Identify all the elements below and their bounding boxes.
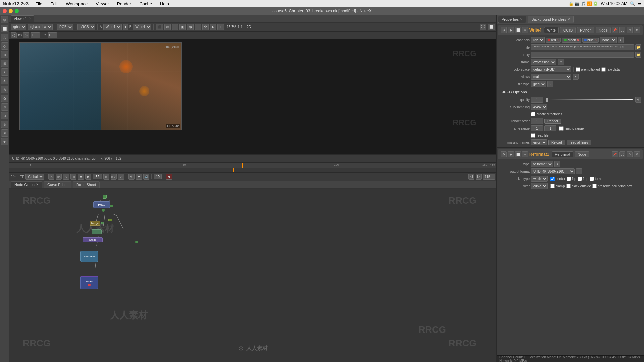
channels-select[interactable]: rgb [531, 37, 545, 43]
output-format-select[interactable]: UHD_4K 3840x2160 [531, 168, 575, 174]
channel-green-remove[interactable]: ✕ [577, 38, 579, 42]
play-btn[interactable]: ▶ [210, 24, 216, 30]
center-checkbox[interactable] [550, 177, 555, 181]
frame-options[interactable]: ▾ [558, 59, 564, 65]
mask-btn[interactable]: ◑ [187, 24, 194, 30]
channel-none-select[interactable]: none [600, 37, 617, 43]
window-btn[interactable]: ⬜ [488, 24, 495, 30]
close-button[interactable] [3, 9, 7, 13]
file-path[interactable]: ork/NukeWorkshop/6_Particles/02-promo-ma… [531, 44, 634, 50]
next-frame-btn2[interactable]: ▷ [103, 174, 109, 180]
reformat-icon-3[interactable]: ⬜ [515, 151, 521, 157]
current-frame-input[interactable] [93, 174, 102, 179]
missing-frames-select[interactable]: error [531, 139, 547, 145]
toolbar-btn-3[interactable]: △ [1, 34, 8, 41]
channel-red-remove[interactable]: ✕ [556, 38, 559, 42]
menu-render[interactable]: Render [116, 1, 133, 6]
rec-btn[interactable]: ⏺ [166, 174, 172, 180]
node-group-1[interactable]: Grade [83, 237, 103, 247]
proxy-input[interactable] [531, 52, 634, 58]
guide-btn[interactable]: ⊞ [172, 24, 178, 30]
frame-select[interactable]: expression [531, 59, 556, 65]
reformat-tab-reformat[interactable]: Reformat [552, 151, 573, 157]
tab-node-graph-close[interactable]: ✕ [36, 183, 39, 186]
quality-reset[interactable]: ↺ [635, 97, 641, 103]
write4-icon-4[interactable]: ✏ [522, 27, 528, 33]
type-options[interactable]: ▾ [554, 161, 560, 167]
black-outside-checkbox[interactable] [566, 184, 571, 188]
prev-frame-btn[interactable]: ◁ [63, 174, 69, 180]
channel-add[interactable]: ▾ [618, 37, 624, 43]
write4-pin[interactable]: 📌 [612, 27, 618, 33]
write4-tab-python[interactable]: Python [577, 27, 594, 33]
menu-viewer[interactable]: Viewer [94, 1, 110, 6]
menu-help[interactable]: Help [159, 1, 170, 6]
quality-input[interactable] [531, 97, 543, 103]
tab-background-renders[interactable]: Background Renders ✕ [528, 16, 574, 23]
settings-btn[interactable]: ⚙ [202, 24, 209, 30]
color-space-output[interactable]: sRGB [77, 24, 95, 30]
render-order-input[interactable] [531, 118, 543, 124]
create-dirs-checkbox[interactable] [531, 112, 535, 116]
flop-checkbox[interactable] [578, 177, 582, 181]
grid-btn[interactable]: ⊟ [195, 24, 201, 30]
toolbar-btn-13[interactable]: ⊚ [1, 121, 8, 128]
tab-node-graph[interactable]: Node Graph ✕ [11, 181, 42, 188]
tab-properties[interactable]: Properties ✕ [498, 16, 526, 23]
read-file-checkbox[interactable] [531, 133, 535, 138]
views-select[interactable]: main [531, 74, 571, 80]
stop-btn[interactable]: ■ [78, 174, 84, 180]
bg-renders-tab-close[interactable]: ✕ [567, 17, 570, 21]
reformat-icon-2[interactable]: ▶ [508, 151, 514, 157]
rawdata-checkbox[interactable] [601, 67, 606, 72]
reload-btn[interactable]: Reload [548, 140, 565, 145]
toolbar-btn-2[interactable]: ⬜ [1, 25, 8, 32]
reformat-icon-4[interactable]: ✏ [522, 151, 528, 157]
node-right-1[interactable] [108, 219, 112, 221]
write4-copy[interactable]: ⧉ [627, 27, 633, 33]
viewer-tab-close[interactable]: ✕ [29, 17, 31, 20]
properties-tab-close[interactable]: ✕ [520, 17, 523, 21]
preserve-bb-checkbox[interactable] [592, 184, 597, 188]
node-write4[interactable]: Write4 [80, 276, 98, 289]
write4-tab-ocio[interactable]: OCIO [560, 27, 576, 33]
channel-green[interactable]: green ✕ [562, 38, 581, 43]
reformat-expand[interactable]: ⛶ [619, 151, 625, 157]
views-options[interactable]: ▾ [573, 74, 579, 80]
y-value[interactable] [48, 32, 57, 38]
menu-workspace[interactable]: Workspace [64, 1, 89, 6]
turn-checkbox[interactable] [590, 177, 594, 181]
viewer-tab-add[interactable]: + [36, 16, 38, 21]
reformat-icon-1[interactable]: ⚙ [501, 151, 507, 157]
playhead[interactable] [242, 163, 243, 168]
prev-keyframe-btn[interactable]: ◁◁ [56, 174, 62, 180]
read-all-lines-btn[interactable]: read all lines [567, 140, 591, 145]
tab-curve-editor[interactable]: Curve Editor [44, 181, 71, 188]
filetype-select[interactable]: jpeg [531, 81, 546, 87]
next-keyframe-btn[interactable]: ▷▷ [111, 174, 117, 180]
write4-icon-2[interactable]: ▶ [508, 27, 514, 33]
output-format-add[interactable]: + [576, 168, 582, 174]
bounce-btn[interactable]: ⇄ [136, 174, 142, 180]
proxy-browse[interactable]: 📁 [635, 52, 641, 58]
write4-tab-node[interactable]: Node [596, 27, 610, 33]
global-select[interactable]: Global [25, 174, 44, 180]
frame-range-start[interactable] [531, 125, 543, 131]
go-start-btn[interactable]: |◁ [48, 174, 54, 180]
color-space-input[interactable]: RGB [57, 24, 73, 30]
render-btn[interactable]: Render [544, 119, 561, 124]
prev-frame[interactable]: ◁ [11, 32, 17, 38]
toolbar-btn-9[interactable]: ⊛ [1, 86, 8, 93]
filetype-help[interactable]: ? [547, 81, 553, 87]
step-input[interactable] [154, 174, 162, 179]
fullscreen-btn[interactable]: ⛶ [480, 24, 486, 30]
channel-blue-remove[interactable]: ✕ [594, 38, 597, 42]
toolbar-btn-4[interactable]: ◇ [1, 42, 8, 50]
go-end-btn[interactable]: ▷| [118, 174, 124, 180]
notification-icon[interactable]: ☰ [638, 1, 641, 6]
toolbar-btn-14[interactable]: ⊗ [1, 129, 8, 137]
menu-edit[interactable]: Edit [49, 1, 59, 6]
write4-expand[interactable]: ⛶ [619, 27, 625, 33]
menu-cache[interactable]: Cache [138, 1, 153, 6]
quality-slider[interactable] [546, 99, 633, 100]
